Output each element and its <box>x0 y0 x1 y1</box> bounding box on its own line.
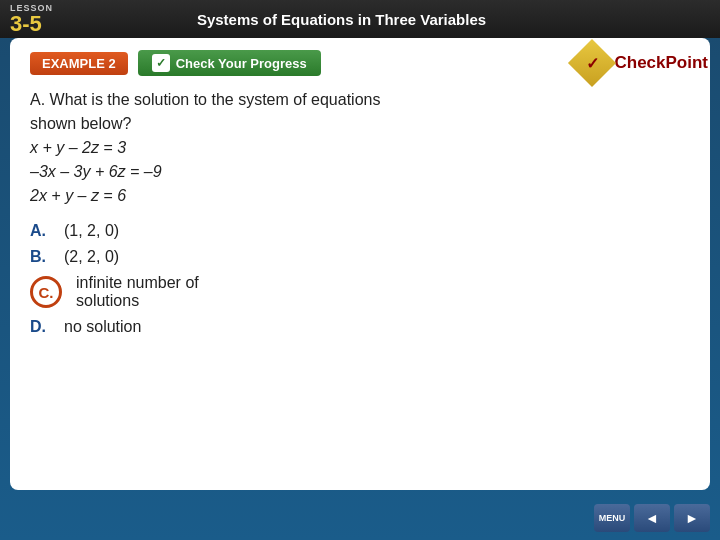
option-b[interactable]: B. (2, 2, 0) <box>30 248 690 266</box>
option-d[interactable]: D. no solution <box>30 318 690 336</box>
question-label: A. <box>30 91 45 108</box>
equation-3: 2x + y – z = 6 <box>30 187 126 204</box>
question-line1: What is the solution to the system of eq… <box>50 91 381 108</box>
main-content: EXAMPLE 2 Check Your Progress A. What is… <box>10 38 710 490</box>
option-b-letter: B. <box>30 248 50 266</box>
check-progress-label: Check Your Progress <box>176 56 307 71</box>
option-d-letter: D. <box>30 318 50 336</box>
screen: LESSON 3-5 Systems of Equations in Three… <box>0 0 720 540</box>
equation-1: x + y – 2z = 3 <box>30 139 126 156</box>
check-icon <box>152 54 170 72</box>
header-title: Systems of Equations in Three Variables <box>53 11 630 28</box>
example-tag: EXAMPLE 2 <box>30 52 128 75</box>
option-c[interactable]: C. infinite number ofsolutions <box>30 274 690 310</box>
option-a[interactable]: A. (1, 2, 0) <box>30 222 690 240</box>
bottom-nav: MENU ◄ ► <box>594 504 710 532</box>
prev-button[interactable]: ◄ <box>634 504 670 532</box>
checkpoint-text: CheckPoint <box>614 53 708 73</box>
next-button[interactable]: ► <box>674 504 710 532</box>
checkpoint-container: ✓ CheckPoint <box>573 44 708 82</box>
option-a-text: (1, 2, 0) <box>64 222 119 240</box>
option-d-text: no solution <box>64 318 141 336</box>
option-c-text: infinite number ofsolutions <box>76 274 199 310</box>
option-b-text: (2, 2, 0) <box>64 248 119 266</box>
checkpoint-checkmark: ✓ <box>586 54 599 73</box>
option-a-letter: A. <box>30 222 50 240</box>
lesson-badge: LESSON 3-5 <box>10 3 53 35</box>
question-line2: shown below? <box>30 115 131 132</box>
check-progress-button[interactable]: Check Your Progress <box>138 50 321 76</box>
top-header: LESSON 3-5 Systems of Equations in Three… <box>0 0 720 38</box>
answer-options: A. (1, 2, 0) B. (2, 2, 0) C. infinite nu… <box>30 222 690 336</box>
menu-button[interactable]: MENU <box>594 504 630 532</box>
question-text: A. What is the solution to the system of… <box>30 88 690 208</box>
option-c-letter: C. <box>30 276 62 308</box>
lesson-number: 3-5 <box>10 13 42 35</box>
equation-2: –3x – 3y + 6z = –9 <box>30 163 162 180</box>
checkpoint-icon: ✓ <box>573 44 611 82</box>
